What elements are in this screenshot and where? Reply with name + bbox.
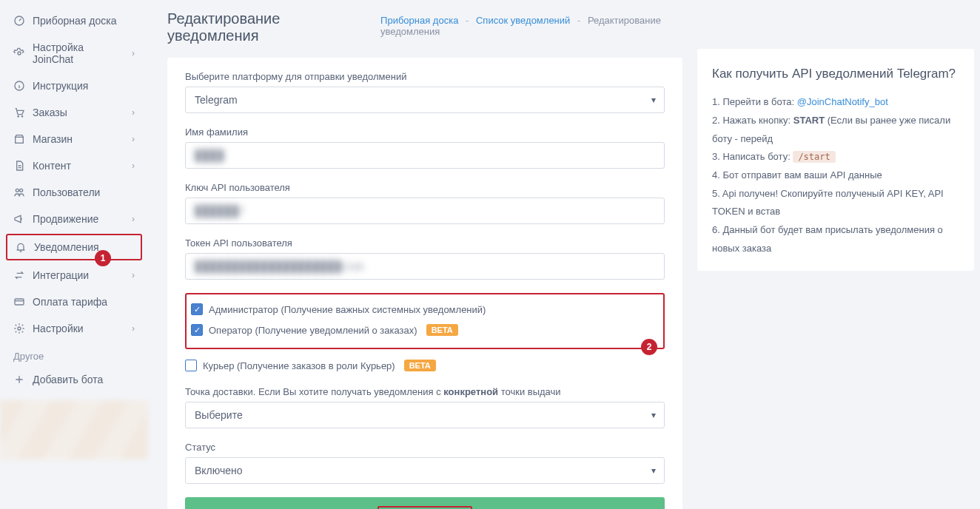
doc-icon — [13, 160, 25, 172]
bot-link[interactable]: @JoinChatNotify_bot — [797, 96, 888, 107]
breadcrumb-sep: - — [466, 15, 469, 26]
gear-icon — [13, 47, 25, 59]
plus-icon — [13, 374, 25, 385]
breadcrumb: Приборная доска - Список уведомлений - Р… — [380, 15, 682, 37]
sidebar-item-label: Инструкция — [33, 80, 88, 92]
annotation-marker-2: 2 — [641, 339, 657, 355]
chevron-right-icon: › — [132, 270, 135, 280]
help-step-1: 1. Перейти в бота: @JoinChatNotify_bot — [712, 93, 959, 112]
svg-point-9 — [18, 327, 21, 330]
save-button[interactable]: Сохранить 3 — [185, 497, 665, 509]
gear-icon — [13, 323, 25, 334]
info-icon — [13, 80, 25, 92]
beta-badge: BETA — [426, 324, 458, 336]
sidebar-item-integrations[interactable]: Интеграции › — [0, 262, 148, 289]
help-step-3: 3. Написать боту: /start — [712, 148, 959, 166]
help-step-6: 6. Данный бот будет вам присылать уведол… — [712, 221, 959, 257]
sidebar-item-label: Продвижение — [33, 213, 98, 225]
breadcrumb-list[interactable]: Список уведомлений — [476, 15, 570, 26]
sidebar-item-content[interactable]: Контент › — [0, 152, 148, 179]
delivery-label: Точка доставки. Если Вы хотите получать … — [185, 386, 665, 397]
chevron-right-icon: › — [132, 214, 135, 224]
code-chip: /start — [793, 151, 835, 163]
sidebar-item-add-bot[interactable]: Добавить бота — [0, 366, 148, 393]
svg-point-1 — [18, 52, 21, 55]
svg-point-3 — [18, 116, 19, 117]
apikey-field[interactable]: ██████7 — [185, 198, 665, 224]
chevron-right-icon: › — [132, 323, 135, 334]
help-step-2: 2. Нажать кнопку: START (Если вы ранее у… — [712, 112, 959, 148]
operator-checkbox[interactable]: ✓ — [191, 324, 203, 336]
token-label: Токен API пользователя — [185, 237, 665, 249]
sidebar-item-label: Уведомления — [34, 241, 99, 253]
sidebar-item-settings[interactable]: Настройки › — [0, 315, 148, 342]
status-select[interactable]: Включено — [185, 457, 665, 484]
bell-icon — [15, 241, 27, 253]
breadcrumb-dashboard[interactable]: Приборная доска — [380, 15, 458, 26]
operator-checkbox-label: Оператор (Получение уведомлений о заказа… — [209, 325, 417, 336]
sidebar-item-notifications[interactable]: Уведомления — [6, 234, 142, 260]
sidebar-item-label: Пользователи — [33, 186, 100, 198]
apikey-label: Ключ API пользователя — [185, 182, 665, 193]
help-card: Как получить API уведолмений Telegram? 1… — [697, 49, 974, 271]
sidebar: Приборная доска Настройка JoinChat › Инс… — [0, 0, 148, 509]
sidebar-item-store[interactable]: Магазин › — [0, 126, 148, 152]
sidebar-item-label: Оплата тарифа — [33, 296, 107, 308]
annotation-marker-1: 1 — [95, 250, 111, 266]
sidebar-section-other: Другое — [0, 342, 148, 366]
sidebar-item-label: Контент — [33, 160, 71, 172]
chevron-right-icon: › — [132, 107, 135, 118]
name-field[interactable]: ████ — [185, 142, 665, 169]
sidebar-item-label: Интеграции — [33, 269, 89, 281]
delivery-select[interactable]: Выберите — [185, 402, 665, 428]
token-field[interactable]: ████████████████████c2ab — [185, 253, 665, 280]
sidebar-item-users[interactable]: Пользователи — [0, 179, 148, 206]
admin-checkbox[interactable]: ✓ — [191, 303, 203, 315]
users-icon — [13, 186, 25, 198]
store-icon — [13, 133, 25, 145]
sidebar-item-label: Настройка JoinChat — [33, 41, 124, 65]
breadcrumb-sep: - — [577, 15, 580, 26]
status-label: Статус — [185, 442, 665, 453]
platform-select[interactable]: Telegram — [185, 87, 665, 113]
courier-checkbox[interactable] — [185, 360, 197, 371]
swap-icon — [13, 269, 25, 281]
form-card: Выберите платформу для отправки уведолме… — [167, 58, 682, 509]
page-title: Редактирование уведомления — [167, 10, 351, 44]
svg-point-6 — [16, 189, 19, 192]
sidebar-item-billing[interactable]: Оплата тарифа — [0, 289, 148, 315]
help-title: Как получить API уведолмений Telegram? — [712, 62, 959, 86]
sidebar-item-promotion[interactable]: Продвижение › — [0, 206, 148, 232]
svg-rect-5 — [16, 137, 24, 143]
platform-label: Выберите платформу для отправки уведолме… — [185, 71, 665, 82]
chevron-right-icon: › — [132, 134, 135, 144]
svg-rect-8 — [15, 299, 24, 305]
svg-point-4 — [21, 116, 22, 117]
sidebar-item-label: Настройки — [33, 323, 84, 334]
sidebar-item-label: Приборная доска — [33, 15, 116, 27]
role-checkbox-group: ✓ Администратор (Получение важных систем… — [185, 293, 665, 349]
page-header: Редактирование уведомления Приборная дос… — [167, 10, 682, 44]
chevron-right-icon: › — [132, 161, 135, 171]
redacted-area — [0, 400, 148, 459]
help-step-5: 5. Api получен! Скопируйте полученый API… — [712, 185, 959, 221]
svg-point-7 — [20, 189, 23, 192]
sidebar-item-joinchat-settings[interactable]: Настройка JoinChat › — [0, 34, 148, 73]
sidebar-item-label: Заказы — [33, 107, 67, 118]
help-step-4: 4. Бот отправит вам ваши API данные — [712, 166, 959, 185]
admin-checkbox-label: Администратор (Получение важных системны… — [209, 304, 486, 315]
cart-icon — [13, 107, 25, 118]
sidebar-item-label: Добавить бота — [33, 374, 103, 385]
name-label: Имя фамилия — [185, 127, 665, 138]
gauge-icon — [13, 15, 25, 27]
sidebar-item-instruction[interactable]: Инструкция — [0, 73, 148, 99]
card-icon — [13, 296, 25, 308]
beta-badge: BETA — [404, 360, 436, 371]
chevron-right-icon: › — [132, 48, 135, 58]
sidebar-item-orders[interactable]: Заказы › — [0, 99, 148, 126]
sidebar-item-dashboard[interactable]: Приборная доска — [0, 7, 148, 34]
megaphone-icon — [13, 213, 25, 225]
sidebar-item-label: Магазин — [33, 133, 73, 145]
courier-checkbox-label: Курьер (Получение заказов в роли Курьер) — [203, 360, 395, 371]
